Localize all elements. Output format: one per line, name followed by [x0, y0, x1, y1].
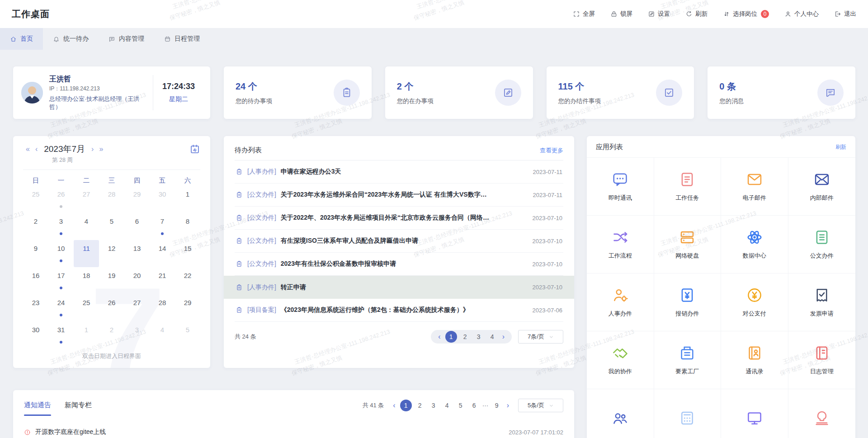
calendar-day-9[interactable]: 9 [23, 240, 48, 267]
calendar-day-11[interactable]: 11 [74, 240, 99, 267]
todo-category[interactable]: [人事办件] [247, 283, 276, 292]
app-item-工作任务[interactable]: 工作任务 [654, 158, 722, 216]
calendar-day-14[interactable]: 14 [150, 240, 175, 267]
calendar-day-4[interactable]: 4 [150, 321, 175, 349]
app-item-人事办件[interactable]: 人事办件 [587, 273, 654, 331]
app-list-refresh-link[interactable]: 刷新 [835, 143, 846, 151]
todo-row[interactable]: [公文办件]关于2022年、2023年水务局运维项目外采“北京市政务云服务合同（… [235, 207, 563, 230]
todo-category[interactable]: [项目备案] [247, 306, 276, 314]
calendar-day-31[interactable]: 31 [48, 321, 74, 349]
calendar-day-4[interactable]: 4 [74, 213, 99, 240]
calendar-day-16[interactable]: 16 [23, 267, 48, 294]
todo-category[interactable]: [公文办件] [247, 260, 276, 268]
calendar-day-30[interactable]: 30 [23, 321, 48, 349]
calendar-day-10[interactable]: 10 [48, 240, 74, 267]
page-5[interactable]: 5 [455, 400, 466, 411]
todo-row[interactable]: [公文办件]关于2023年水务运维外采合同“2023年水务局统一认证 有生博大V… [235, 184, 563, 207]
calendar-day-25[interactable]: 25 [74, 294, 99, 321]
calendar-day-5[interactable]: 5 [175, 321, 200, 349]
todo-item-title[interactable]: 有生深境ISO三体系年审人员配合及牌匾借出申请 [281, 237, 522, 245]
calendar-day-20[interactable]: 20 [124, 267, 150, 294]
next-year-button[interactable]: » [96, 145, 106, 153]
header-action-刷新[interactable]: 刷新 [685, 10, 708, 18]
app-item[interactable] [721, 389, 788, 438]
tab-日程管理[interactable]: 日程管理 [154, 28, 210, 50]
calendar-day-2[interactable]: 2 [99, 321, 124, 349]
calendar-day-12[interactable]: 12 [99, 240, 124, 267]
calendar-day-6[interactable]: 6 [124, 213, 150, 240]
header-action-选择岗位[interactable]: 选择岗位0 [723, 10, 769, 18]
app-item-公文办件[interactable]: 公文办件 [788, 216, 856, 273]
next-page-button[interactable]: › [505, 402, 511, 409]
app-item-对公支付[interactable]: 对公支付 [721, 273, 788, 331]
app-item-通讯录[interactable]: 通讯录 [721, 331, 788, 389]
calendar-day-18[interactable]: 18 [74, 267, 99, 294]
header-action-退出[interactable]: 退出 [834, 10, 856, 18]
calendar-day-3[interactable]: 3 [124, 321, 150, 349]
tab-内容管理[interactable]: 内容管理 [99, 28, 154, 50]
calendar-day-25[interactable]: 25 [23, 186, 48, 213]
next-month-button[interactable]: › [89, 145, 96, 153]
calendar-day-26[interactable]: 26 [99, 294, 124, 321]
prev-year-button[interactable]: « [23, 145, 33, 153]
app-item-数据中心[interactable]: 数据中心 [721, 216, 788, 273]
todo-item-title[interactable]: 《2023年局信息系统运行维护（第2包：基础办公系统技术服务）》 [281, 306, 522, 314]
todo-item-title[interactable]: 申请在家远程办公3天 [281, 168, 522, 176]
header-action-个人中心[interactable]: 个人中心 [784, 10, 819, 18]
page-1[interactable]: 1 [445, 331, 457, 343]
app-item-内部邮件[interactable]: 内部邮件 [788, 158, 856, 216]
todo-category[interactable]: [公文办件] [247, 214, 276, 222]
todo-row[interactable]: [公文办件]2023年有生社保公积金基数申报审核申请2023-07-10 [235, 253, 563, 276]
app-item-即时通讯[interactable]: 即时通讯 [587, 158, 654, 216]
page-3[interactable]: 3 [428, 400, 439, 411]
app-item-网络硬盘[interactable]: 网络硬盘 [654, 216, 722, 273]
todo-item-title[interactable]: 关于2023年水务运维外采合同“2023年水务局统一认证 有生博大VS数字… [281, 191, 522, 199]
calendar-day-1[interactable]: 1 [74, 321, 99, 349]
calendar-day-8[interactable]: 8 [175, 213, 200, 240]
header-action-全屏[interactable]: 全屏 [573, 10, 595, 18]
calendar-day-5[interactable]: 5 [99, 213, 124, 240]
app-item-发票申请[interactable]: 发票申请 [788, 273, 856, 331]
prev-month-button[interactable]: ‹ [33, 145, 40, 153]
page-1[interactable]: 1 [400, 400, 412, 411]
page-2[interactable]: 2 [415, 400, 425, 411]
page-9[interactable]: 9 [491, 400, 502, 411]
calendar-day-23[interactable]: 23 [23, 294, 48, 321]
prev-page-button[interactable]: ‹ [391, 402, 397, 409]
calendar-day-3[interactable]: 3 [48, 213, 74, 240]
header-action-设置[interactable]: 设置 [648, 10, 670, 18]
todo-category[interactable]: [人事办件] [247, 168, 276, 176]
app-item-报销办件[interactable]: 报销办件 [654, 273, 722, 331]
todo-row[interactable]: [人事办件]转正申请2023-07-10 [224, 276, 574, 299]
tab-首页[interactable]: 首页 [0, 28, 43, 50]
calendar-day-22[interactable]: 22 [175, 267, 200, 294]
app-item-日志管理[interactable]: 日志管理 [788, 331, 856, 389]
view-more-link[interactable]: 查看更多 [540, 146, 563, 155]
todo-page-size-select[interactable]: 7条/页 [518, 330, 563, 344]
todo-row[interactable]: [公文办件]有生深境ISO三体系年审人员配合及牌匾借出申请2023-07-10 [235, 230, 563, 253]
calendar-day-27[interactable]: 27 [74, 186, 99, 213]
calendar-day-29[interactable]: 29 [175, 294, 200, 321]
calendar-day-21[interactable]: 21 [150, 267, 175, 294]
calendar-day-1[interactable]: 1 [175, 186, 200, 213]
calendar-day-28[interactable]: 28 [99, 186, 124, 213]
tab-统一待办[interactable]: 统一待办 [43, 28, 99, 50]
page-3[interactable]: 3 [473, 331, 484, 343]
calendar-today-icon[interactable]: 今 [189, 144, 200, 155]
calendar-day-17[interactable]: 17 [48, 267, 74, 294]
todo-row[interactable]: [人事办件]申请在家远程办公3天2023-07-11 [235, 160, 563, 184]
page-6[interactable]: 6 [469, 400, 480, 411]
app-item[interactable] [788, 389, 856, 438]
calendar-day-26[interactable]: 26 [48, 186, 74, 213]
next-page-button[interactable]: › [500, 333, 506, 340]
calendar-day-24[interactable]: 24 [48, 294, 74, 321]
app-item-要素工厂[interactable]: 要素工厂 [654, 331, 722, 389]
todo-item-title[interactable]: 2023年有生社保公积金基数申报审核申请 [281, 260, 522, 268]
page-4[interactable]: 4 [442, 400, 453, 411]
calendar-day-15[interactable]: 15 [175, 240, 200, 267]
calendar-day-30[interactable]: 30 [150, 186, 175, 213]
calendar-day-13[interactable]: 13 [124, 240, 150, 267]
calendar-day-27[interactable]: 27 [124, 294, 150, 321]
app-item-工作流程[interactable]: 工作流程 [587, 216, 654, 273]
header-action-锁屏[interactable]: 锁屏 [610, 10, 632, 18]
